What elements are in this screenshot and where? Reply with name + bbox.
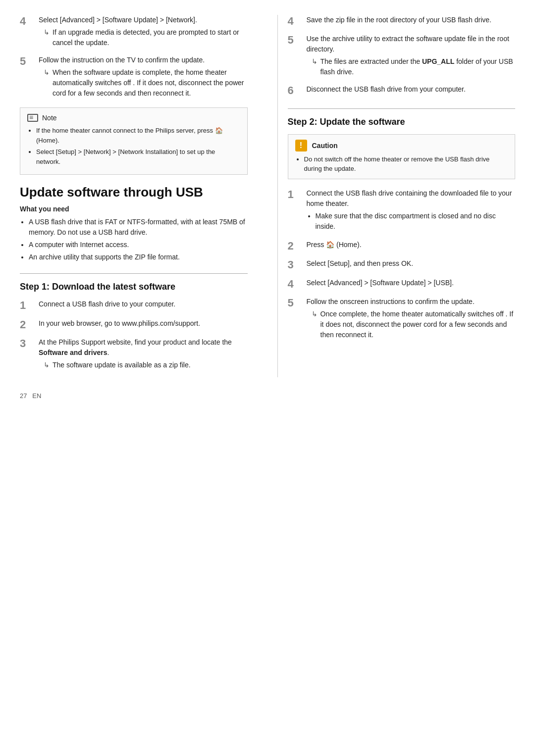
note-list: If the home theater cannot connect to th… bbox=[27, 126, 240, 166]
step2-1-text: Connect the USB flash drive containing t… bbox=[307, 188, 516, 209]
page-lang: EN bbox=[32, 392, 41, 400]
note-label: Note bbox=[42, 114, 57, 122]
step1-3-bullet: The software update is available as a zi… bbox=[44, 360, 248, 370]
caution-icon: ! bbox=[295, 140, 307, 151]
step2-2: 2 Press 🏠 (Home). bbox=[288, 240, 516, 252]
step-6-right-text: Disconnect the USB flash drive from your… bbox=[307, 84, 516, 95]
step-4-right-text: Save the zip file in the root directory … bbox=[307, 15, 516, 25]
req-1: A USB flash drive that is FAT or NTFS-fo… bbox=[29, 217, 248, 238]
caution-label: Caution bbox=[312, 142, 338, 150]
note-item-2: Select [Setup] > [Network] > [Network In… bbox=[36, 147, 240, 166]
step2-1-bullet: Make sure that the disc compartment is c… bbox=[316, 211, 516, 232]
step-5-network: 5 Follow the instruction on the TV to co… bbox=[20, 55, 248, 100]
req-3: An archive utility that supports the ZIP… bbox=[29, 252, 248, 262]
step-num-4-right: 4 bbox=[288, 15, 303, 28]
step1-1: 1 Connect a USB flash drive to your comp… bbox=[20, 299, 248, 312]
step1-3: 3 At the Philips Support website, find y… bbox=[20, 337, 248, 371]
step-5-right: 5 Use the archive utility to extract the… bbox=[288, 34, 516, 78]
step-num-6-right: 6 bbox=[288, 84, 303, 97]
step-num-5-right: 5 bbox=[288, 34, 303, 47]
caution-header: ! Caution bbox=[295, 140, 508, 151]
caution-list: Do not switch off the home theater or re… bbox=[295, 154, 508, 174]
step-5-right-bullet: The files are extracted under the UPG_AL… bbox=[312, 56, 516, 77]
step1-num-1: 1 bbox=[20, 299, 35, 312]
page-number: 27 bbox=[20, 392, 27, 400]
step2-4-text: Select [Advanced] > [Software Update] > … bbox=[307, 278, 516, 288]
step-num-4-left: 4 bbox=[20, 15, 35, 28]
step-num-5-left: 5 bbox=[20, 55, 35, 68]
step2-title: Step 2: Update the software bbox=[288, 117, 516, 127]
what-you-need-label: What you need bbox=[20, 205, 248, 213]
step2-5: 5 Follow the onscreen instructions to co… bbox=[288, 297, 516, 341]
step1-2: 2 In your web browser, go to www.philips… bbox=[20, 318, 248, 331]
step1-num-2: 2 bbox=[20, 318, 35, 331]
step-4-network: 4 Select [Advanced] > [Software Update] … bbox=[20, 15, 248, 49]
left-column: 4 Select [Advanced] > [Software Update] … bbox=[20, 15, 258, 377]
note-item-1: If the home theater cannot connect to th… bbox=[36, 126, 240, 145]
step2-num-5: 5 bbox=[288, 297, 303, 309]
step1-1-text: Connect a USB flash drive to your comput… bbox=[39, 299, 248, 309]
requirements-list: A USB flash drive that is FAT or NTFS-fo… bbox=[20, 217, 248, 262]
step2-5-text: Follow the onscreen instructions to conf… bbox=[307, 297, 516, 307]
note-icon bbox=[27, 114, 38, 122]
step1-section: Step 1: Download the latest software 1 C… bbox=[20, 282, 248, 371]
step2-3-text: Select [Setup], and then press OK. bbox=[307, 258, 516, 269]
step-5-right-text: Use the archive utility to extract the s… bbox=[307, 34, 516, 54]
caution-item-1: Do not switch off the home theater or re… bbox=[304, 154, 508, 174]
step2-num-2: 2 bbox=[288, 240, 303, 252]
note-header: Note bbox=[27, 114, 240, 122]
page-footer: 27 EN bbox=[20, 392, 515, 400]
right-column: 4 Save the zip file in the root director… bbox=[277, 15, 516, 377]
step2-4: 4 Select [Advanced] > [Software Update] … bbox=[288, 278, 516, 291]
req-2: A computer with Internet access. bbox=[29, 240, 248, 250]
divider-right bbox=[288, 108, 516, 109]
step2-5-bullet: Once complete, the home theater automati… bbox=[312, 309, 516, 340]
step-6-right: 6 Disconnect the USB flash drive from yo… bbox=[288, 84, 516, 97]
step2-num-4: 4 bbox=[288, 278, 303, 291]
caution-box: ! Caution Do not switch off the home the… bbox=[288, 134, 516, 179]
step2-3: 3 Select [Setup], and then press OK. bbox=[288, 258, 516, 271]
step2-num-1: 1 bbox=[288, 188, 303, 201]
step2-num-3: 3 bbox=[288, 258, 303, 271]
step-5-text: Follow the instruction on the TV to conf… bbox=[39, 55, 248, 65]
divider-1 bbox=[20, 273, 248, 274]
step1-title: Step 1: Download the latest software bbox=[20, 282, 248, 292]
step1-3-text: At the Philips Support website, find you… bbox=[39, 337, 248, 358]
usb-section: Update software through USB What you nee… bbox=[20, 185, 248, 262]
step1-2-text: In your web browser, go to www.philips.c… bbox=[39, 318, 248, 329]
step2-1: 1 Connect the USB flash drive containing… bbox=[288, 188, 516, 234]
step-4-right: 4 Save the zip file in the root director… bbox=[288, 15, 516, 28]
step-4-bullet: If an upgrade media is detected, you are… bbox=[44, 27, 248, 48]
note-box: Note If the home theater cannot connect … bbox=[20, 107, 248, 175]
step2-2-text: Press 🏠 (Home). bbox=[307, 240, 516, 250]
step-5-bullet: When the software update is complete, th… bbox=[44, 67, 248, 99]
step2-section: Step 2: Update the software ! Caution Do… bbox=[288, 117, 516, 341]
step1-num-3: 3 bbox=[20, 337, 35, 350]
step-4-text: Select [Advanced] > [Software Update] > … bbox=[39, 15, 248, 25]
usb-section-title: Update software through USB bbox=[20, 185, 248, 200]
